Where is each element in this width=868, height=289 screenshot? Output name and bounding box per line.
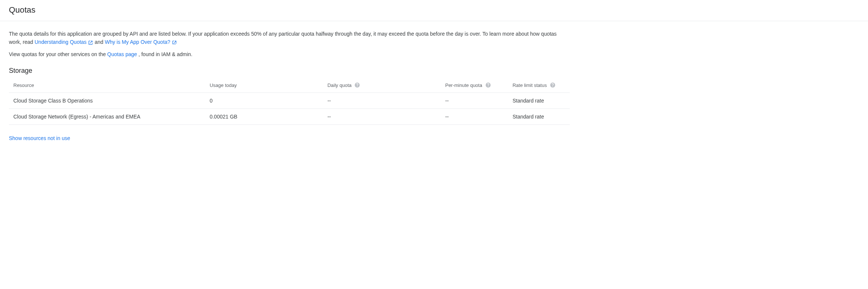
header-usage: Usage today	[205, 78, 323, 93]
intro-text: and	[95, 39, 105, 45]
header-label: Rate limit status	[513, 82, 547, 88]
intro-paragraph-1: The quota details for this application a…	[9, 30, 570, 46]
why-over-quota-link[interactable]: Why is My App Over Quota?	[105, 38, 177, 46]
header-label: Per-minute quota	[445, 82, 482, 88]
open-in-new-icon	[88, 40, 93, 45]
table-header-row: Resource Usage today Daily quota Per-min…	[9, 78, 570, 93]
cell-usage: 0.00021 GB	[205, 109, 323, 125]
page-title: Quotas	[9, 5, 859, 15]
quota-table: Resource Usage today Daily quota Per-min…	[9, 78, 570, 125]
header-daily: Daily quota	[323, 78, 441, 93]
page-header: Quotas	[0, 0, 868, 21]
section-title: Storage	[9, 67, 570, 75]
cell-daily: --	[323, 93, 441, 109]
cell-minute: --	[441, 93, 508, 109]
cell-minute: --	[441, 109, 508, 125]
open-in-new-icon	[172, 40, 177, 45]
intro-text: View quotas for your other services on t…	[9, 51, 107, 57]
help-icon[interactable]	[550, 82, 556, 88]
understanding-quotas-link[interactable]: Understanding Quotas	[34, 38, 93, 46]
header-resource: Resource	[9, 78, 205, 93]
intro-text: , found in IAM & admin.	[138, 51, 193, 57]
show-unused-link[interactable]: Show resources not in use	[9, 135, 70, 141]
help-icon[interactable]	[485, 82, 491, 88]
table-row: Cloud Storage Network (Egress) - America…	[9, 109, 570, 125]
header-rate: Rate limit status	[508, 78, 570, 93]
content: The quota details for this application a…	[0, 21, 579, 141]
header-label: Daily quota	[328, 82, 352, 88]
cell-usage: 0	[205, 93, 323, 109]
cell-resource: Cloud Storage Network (Egress) - America…	[9, 109, 205, 125]
cell-rate: Standard rate	[508, 109, 570, 125]
cell-rate: Standard rate	[508, 93, 570, 109]
link-label: Why is My App Over Quota?	[105, 38, 170, 46]
help-icon[interactable]	[354, 82, 360, 88]
quotas-page-link[interactable]: Quotas page	[107, 51, 137, 57]
header-minute: Per-minute quota	[441, 78, 508, 93]
cell-daily: --	[323, 109, 441, 125]
table-row: Cloud Storage Class B Operations 0 -- --…	[9, 93, 570, 109]
link-label: Understanding Quotas	[34, 38, 86, 46]
cell-resource: Cloud Storage Class B Operations	[9, 93, 205, 109]
intro-paragraph-2: View quotas for your other services on t…	[9, 51, 570, 59]
